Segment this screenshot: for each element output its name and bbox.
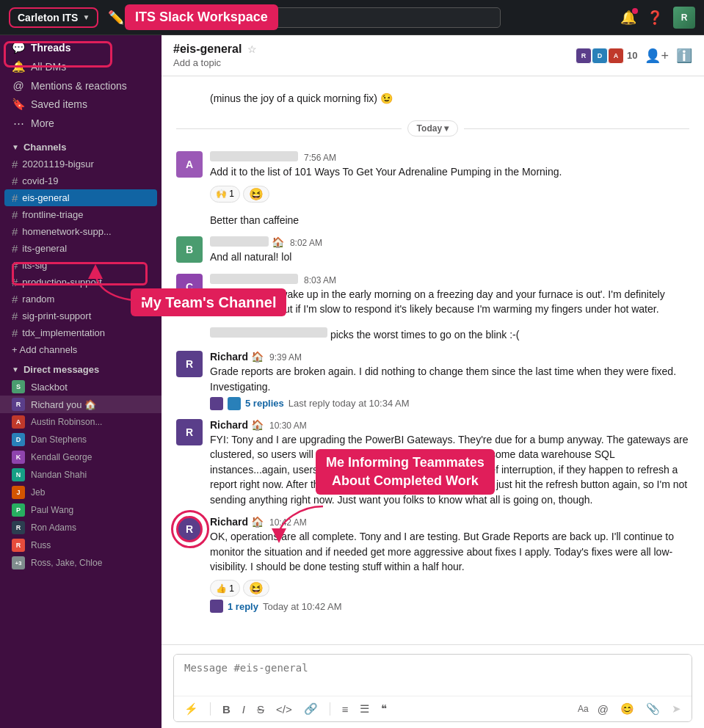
reaction-add[interactable]: 😆 [243,186,269,203]
notification-icon[interactable]: 🔔 [620,10,636,26]
bold-button[interactable]: B [219,702,233,717]
member-avatar-1: R [576,48,592,64]
dm-arrow-icon: ▼ [12,365,19,374]
strikethrough-button[interactable]: S [254,702,267,717]
dm-item-nandan[interactable]: N Nandan Shahi [0,466,162,484]
channel-item-homenetwork[interactable]: # homenetwork-supp... [0,223,162,240]
emoji-button[interactable]: 😊 [617,701,637,717]
today-button[interactable]: Today ▾ [407,120,459,136]
dm-item-paul[interactable]: P Paul Wang [0,501,162,519]
dm-item-russ[interactable]: R Russ [0,536,162,554]
member-avatar-3: A [608,48,624,64]
dm-item-jeb[interactable]: J Jeb [0,484,162,501]
channel-item-covid[interactable]: # covid-19 [0,172,162,189]
message-meta: ████████████ 8:03 AM [210,274,689,285]
reply-last-time-2: Today at 10:42 AM [263,601,342,612]
hash-icon: # [12,208,18,221]
dm-item-dan[interactable]: D Dan Stephens [0,431,162,448]
avatar: B [176,236,203,263]
message-text: FYI: Tony and I are upgrading the PowerB… [210,432,689,507]
messages-area: (minus the joy of a quick morning fix) 😉… [162,76,704,644]
avatar: C [176,274,203,300]
ordered-list-button[interactable]: ☰ [357,701,372,717]
reaction-raise-hands[interactable]: 🙌 1 [210,186,240,203]
hash-icon: # [12,192,18,204]
dm-avatar-russ: R [12,539,25,552]
sidebar-item-saved[interactable]: 🔖 Saved items [0,95,162,114]
message-time: 10:42 AM [269,517,307,528]
hash-icon: # [12,259,18,272]
channel-item-frontline[interactable]: # frontline-triage [0,206,162,223]
list-button[interactable]: ≡ [339,702,352,717]
channel-item-sig-print[interactable]: # sig-print-support [0,307,162,324]
header-right: R D A 10 👤+ ℹ️ [576,48,692,64]
sidebar-item-threads[interactable]: 💬 Threads [0,38,162,57]
hash-icon: # [12,310,18,322]
toolbar-right: Aa @ 😊 📎 ➤ [578,701,684,717]
channel-name: #eis-general [173,43,242,56]
channels-list: # 20201119-bigsur # covid-19 # eis-gener… [0,156,162,358]
user-avatar-top[interactable]: R [673,7,695,29]
send-button[interactable]: ➤ [669,701,684,717]
aa-button[interactable]: Aa [578,704,589,714]
sidebar-item-more[interactable]: ⋯ More [0,114,162,133]
channel-item-random[interactable]: # random [0,291,162,307]
hash-icon: # [12,158,18,170]
search-input[interactable] [134,7,501,28]
channels-section-header[interactable]: ▼ Channels [0,136,162,156]
message-text: Grade reports are broken again. I did no… [210,364,689,394]
date-divider: Today ▾ [176,120,689,136]
channel-item-its-general[interactable]: # its-general [0,240,162,257]
mentions-icon: @ [12,79,25,92]
message-body: ████████████████ picks the worst times t… [210,326,689,342]
channel-item-tdx[interactable]: # tdx_implementation [0,324,162,341]
dm-item-kendall[interactable]: K Kendall George [0,448,162,466]
channel-star-icon[interactable]: ☆ [247,43,257,55]
workspace-button[interactable]: Carleton ITS ▼ [9,7,98,28]
channel-item-production[interactable]: # production-support [0,274,162,291]
attachment-button[interactable]: 📎 [643,701,663,717]
sidebar-item-all-dms[interactable]: 🔔 All DMs [0,57,162,76]
add-member-icon[interactable]: 👤+ [645,48,669,64]
message-time: 9:39 AM [269,352,302,363]
thread-reply[interactable]: 5 replies Last reply today at 10:34 AM [210,397,689,410]
message-time: 10:30 AM [269,421,307,431]
message-body: ████████████ 8:03 AM Add to that list 'w… [210,274,689,317]
message-body: Richard 🏠 10:42 AM OK, operations are al… [210,516,689,613]
channel-item-its-sig[interactable]: # its-sig [0,257,162,274]
dm-item-austin[interactable]: A Austin Robinson... [0,413,162,431]
lightning-button[interactable]: ⚡ [181,701,201,717]
dm-item-richard[interactable]: R Richard you 🏠 [0,396,162,413]
mention-button[interactable]: @ [595,702,612,717]
dm-avatar-ron: R [12,521,25,534]
message-input[interactable] [174,655,692,693]
channel-item-eis-general[interactable]: # eis-general [4,189,157,206]
avatar-richard: R [176,351,203,377]
message-text: And all natural! lol [210,250,689,264]
code-button[interactable]: </> [273,702,295,717]
channel-topic[interactable]: Add a topic [173,57,257,68]
message-body: ███████ 🏠 8:02 AM And all natural! lol [210,236,689,264]
hash-icon: # [12,327,18,339]
italic-button[interactable]: I [239,702,248,717]
dm-item-ron[interactable]: R Ron Adams [0,519,162,536]
help-icon[interactable]: ❓ [647,10,663,26]
dm-item-group[interactable]: +3 Ross, Jake, Chloe [0,554,162,572]
channel-item-bigsur[interactable]: # 20201119-bigsur [0,156,162,172]
dm-section-header[interactable]: ▼ Direct messages [0,358,162,378]
blockquote-button[interactable]: ❝ [378,701,390,717]
compose-button[interactable]: ✏️ [104,6,128,29]
table-row: R Richard 🏠 9:39 AM Grade reports are br… [176,348,689,413]
add-channels-button[interactable]: + Add channels [0,341,162,358]
reaction-add-2[interactable]: 😆 [243,580,269,597]
message-name-richard-2: Richard 🏠 [210,419,264,431]
link-button[interactable]: 🔗 [301,701,321,717]
thread-reply-2[interactable]: 1 reply Today at 10:42 AM [210,600,689,613]
info-icon[interactable]: ℹ️ [676,48,692,64]
dm-avatar-kendall: K [12,451,25,464]
message-fragment-text: (minus the joy of a quick morning fix) 😉 [210,92,393,104]
message-text: Add it to the list of 101 Ways To Get Yo… [210,164,689,179]
sidebar-item-mentions[interactable]: @ Mentions & reactions [0,76,162,95]
dm-item-slackbot[interactable]: S Slackbot [0,378,162,396]
reaction-thumbs-up[interactable]: 👍 1 [210,580,240,597]
